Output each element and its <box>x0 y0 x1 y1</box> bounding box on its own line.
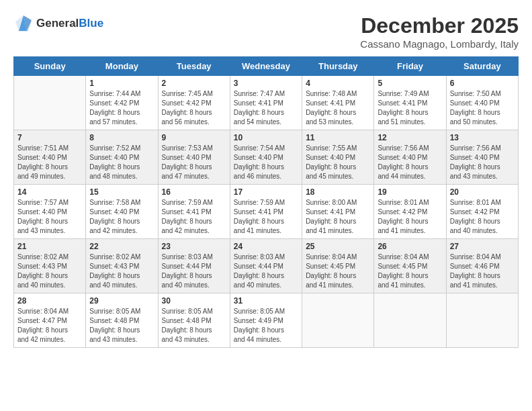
day-info: Sunrise: 7:54 AM Sunset: 4:40 PM Dayligh… <box>234 144 298 181</box>
calendar-cell: 28Sunrise: 8:04 AM Sunset: 4:47 PM Dayli… <box>14 293 86 348</box>
calendar-cell: 31Sunrise: 8:05 AM Sunset: 4:49 PM Dayli… <box>230 293 302 348</box>
day-number: 9 <box>162 133 226 142</box>
day-number: 1 <box>89 79 154 88</box>
calendar-cell <box>446 293 518 348</box>
day-info: Sunrise: 7:55 AM Sunset: 4:40 PM Dayligh… <box>306 144 370 181</box>
day-info: Sunrise: 7:45 AM Sunset: 4:42 PM Dayligh… <box>162 89 226 127</box>
calendar-cell: 26Sunrise: 8:04 AM Sunset: 4:45 PM Dayli… <box>374 239 446 293</box>
day-info: Sunrise: 8:05 AM Sunset: 4:48 PM Dayligh… <box>89 307 154 345</box>
calendar-cell: 18Sunrise: 8:00 AM Sunset: 4:41 PM Dayli… <box>302 185 374 239</box>
calendar-cell: 25Sunrise: 8:04 AM Sunset: 4:45 PM Dayli… <box>302 239 374 293</box>
day-info: Sunrise: 8:05 AM Sunset: 4:49 PM Dayligh… <box>234 307 298 345</box>
calendar-week-row: 21Sunrise: 8:02 AM Sunset: 4:43 PM Dayli… <box>14 239 519 293</box>
day-number: 4 <box>306 79 370 88</box>
day-number: 22 <box>89 242 154 251</box>
calendar-header-row: SundayMondayTuesdayWednesdayThursdayFrid… <box>14 57 519 76</box>
day-number: 10 <box>234 133 298 142</box>
header-wednesday: Wednesday <box>230 57 302 76</box>
day-info: Sunrise: 7:44 AM Sunset: 4:42 PM Dayligh… <box>89 89 154 127</box>
calendar-table: SundayMondayTuesdayWednesdayThursdayFrid… <box>13 56 519 348</box>
calendar-cell <box>302 293 374 348</box>
calendar-cell: 22Sunrise: 8:02 AM Sunset: 4:43 PM Dayli… <box>86 239 158 293</box>
day-number: 25 <box>306 242 370 251</box>
calendar-week-row: 14Sunrise: 7:57 AM Sunset: 4:40 PM Dayli… <box>14 185 519 239</box>
logo-blue: Blue <box>79 17 103 30</box>
day-info: Sunrise: 7:49 AM Sunset: 4:41 PM Dayligh… <box>378 89 442 127</box>
day-info: Sunrise: 8:03 AM Sunset: 4:44 PM Dayligh… <box>234 253 298 290</box>
title-area: December 2025 Cassano Magnago, Lombardy,… <box>360 13 519 50</box>
day-number: 14 <box>17 187 82 197</box>
day-info: Sunrise: 8:02 AM Sunset: 4:43 PM Dayligh… <box>89 253 154 290</box>
logo: GeneralBlue <box>13 13 103 34</box>
day-number: 19 <box>378 187 442 197</box>
calendar-week-row: 28Sunrise: 8:04 AM Sunset: 4:47 PM Dayli… <box>14 293 519 348</box>
day-info: Sunrise: 8:05 AM Sunset: 4:48 PM Dayligh… <box>162 307 226 345</box>
calendar-cell: 6Sunrise: 7:50 AM Sunset: 4:40 PM Daylig… <box>446 76 518 130</box>
logo-general: General <box>36 17 79 30</box>
day-info: Sunrise: 7:50 AM Sunset: 4:40 PM Dayligh… <box>450 89 515 127</box>
calendar-cell: 27Sunrise: 8:04 AM Sunset: 4:46 PM Dayli… <box>446 239 518 293</box>
day-info: Sunrise: 7:51 AM Sunset: 4:40 PM Dayligh… <box>17 144 82 181</box>
calendar-cell: 19Sunrise: 8:01 AM Sunset: 4:42 PM Dayli… <box>374 185 446 239</box>
header-monday: Monday <box>86 57 158 76</box>
day-number: 26 <box>378 242 442 251</box>
calendar-cell: 17Sunrise: 7:59 AM Sunset: 4:41 PM Dayli… <box>230 185 302 239</box>
day-info: Sunrise: 7:58 AM Sunset: 4:40 PM Dayligh… <box>89 198 154 236</box>
day-number: 2 <box>162 79 226 88</box>
calendar-cell <box>374 293 446 348</box>
day-number: 16 <box>162 187 226 197</box>
header-thursday: Thursday <box>302 57 374 76</box>
calendar-cell: 29Sunrise: 8:05 AM Sunset: 4:48 PM Dayli… <box>86 293 158 348</box>
calendar-cell: 1Sunrise: 7:44 AM Sunset: 4:42 PM Daylig… <box>86 76 158 130</box>
header-tuesday: Tuesday <box>158 57 230 76</box>
day-info: Sunrise: 8:00 AM Sunset: 4:41 PM Dayligh… <box>306 198 370 236</box>
logo-text: GeneralBlue <box>36 17 103 30</box>
day-number: 20 <box>450 187 515 197</box>
calendar-cell: 4Sunrise: 7:48 AM Sunset: 4:41 PM Daylig… <box>302 76 374 130</box>
day-info: Sunrise: 8:01 AM Sunset: 4:42 PM Dayligh… <box>378 198 442 236</box>
location-title: Cassano Magnago, Lombardy, Italy <box>360 38 519 50</box>
day-info: Sunrise: 7:48 AM Sunset: 4:41 PM Dayligh… <box>306 89 370 127</box>
calendar-cell: 14Sunrise: 7:57 AM Sunset: 4:40 PM Dayli… <box>14 185 86 239</box>
calendar-week-row: 7Sunrise: 7:51 AM Sunset: 4:40 PM Daylig… <box>14 130 519 185</box>
calendar-cell <box>14 76 86 130</box>
calendar-cell: 8Sunrise: 7:52 AM Sunset: 4:40 PM Daylig… <box>86 130 158 185</box>
day-number: 24 <box>234 242 298 251</box>
logo-icon <box>13 13 34 34</box>
calendar-cell: 30Sunrise: 8:05 AM Sunset: 4:48 PM Dayli… <box>158 293 230 348</box>
day-info: Sunrise: 8:04 AM Sunset: 4:45 PM Dayligh… <box>378 253 442 290</box>
calendar-cell: 7Sunrise: 7:51 AM Sunset: 4:40 PM Daylig… <box>14 130 86 185</box>
day-number: 21 <box>17 242 82 251</box>
calendar-cell: 21Sunrise: 8:02 AM Sunset: 4:43 PM Dayli… <box>14 239 86 293</box>
day-info: Sunrise: 8:04 AM Sunset: 4:45 PM Dayligh… <box>306 253 370 290</box>
day-number: 28 <box>17 296 82 306</box>
day-info: Sunrise: 8:03 AM Sunset: 4:44 PM Dayligh… <box>162 253 226 290</box>
day-info: Sunrise: 8:04 AM Sunset: 4:46 PM Dayligh… <box>450 253 515 290</box>
calendar-cell: 11Sunrise: 7:55 AM Sunset: 4:40 PM Dayli… <box>302 130 374 185</box>
day-info: Sunrise: 7:56 AM Sunset: 4:40 PM Dayligh… <box>378 144 442 181</box>
day-info: Sunrise: 8:04 AM Sunset: 4:47 PM Dayligh… <box>17 307 82 345</box>
calendar-cell: 2Sunrise: 7:45 AM Sunset: 4:42 PM Daylig… <box>158 76 230 130</box>
day-info: Sunrise: 7:57 AM Sunset: 4:40 PM Dayligh… <box>17 198 82 236</box>
day-number: 13 <box>450 133 515 142</box>
day-number: 11 <box>306 133 370 142</box>
day-info: Sunrise: 7:59 AM Sunset: 4:41 PM Dayligh… <box>162 198 226 236</box>
month-title: December 2025 <box>360 13 519 38</box>
day-number: 31 <box>234 296 298 306</box>
calendar-cell: 23Sunrise: 8:03 AM Sunset: 4:44 PM Dayli… <box>158 239 230 293</box>
day-number: 27 <box>450 242 515 251</box>
calendar-cell: 5Sunrise: 7:49 AM Sunset: 4:41 PM Daylig… <box>374 76 446 130</box>
day-number: 18 <box>306 187 370 197</box>
calendar-cell: 13Sunrise: 7:56 AM Sunset: 4:40 PM Dayli… <box>446 130 518 185</box>
day-info: Sunrise: 7:53 AM Sunset: 4:40 PM Dayligh… <box>162 144 226 181</box>
day-info: Sunrise: 8:02 AM Sunset: 4:43 PM Dayligh… <box>17 253 82 290</box>
header-friday: Friday <box>374 57 446 76</box>
page-header: GeneralBlue December 2025 Cassano Magnag… <box>13 13 519 50</box>
calendar-week-row: 1Sunrise: 7:44 AM Sunset: 4:42 PM Daylig… <box>14 76 519 130</box>
calendar-cell: 24Sunrise: 8:03 AM Sunset: 4:44 PM Dayli… <box>230 239 302 293</box>
calendar-cell: 16Sunrise: 7:59 AM Sunset: 4:41 PM Dayli… <box>158 185 230 239</box>
header-saturday: Saturday <box>446 57 518 76</box>
day-number: 23 <box>162 242 226 251</box>
day-number: 3 <box>234 79 298 88</box>
calendar-cell: 20Sunrise: 8:01 AM Sunset: 4:42 PM Dayli… <box>446 185 518 239</box>
